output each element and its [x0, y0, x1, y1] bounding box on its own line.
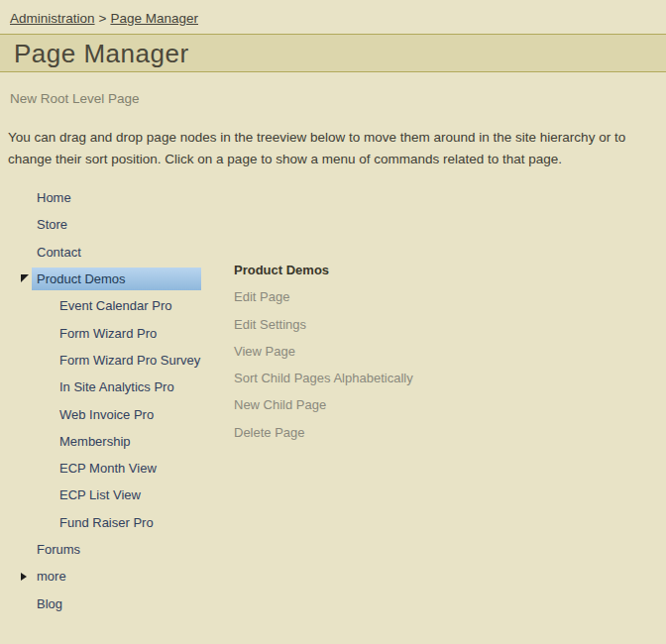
tree-row: Web Invoice Pro [0, 400, 228, 427]
collapse-arrow-icon[interactable] [21, 274, 29, 282]
menu-item-sort-child-pages-alphabetically[interactable]: Sort Child Pages Alphabetically [234, 365, 413, 391]
tree-item-blog[interactable]: Blog [37, 596, 62, 611]
intro-text: You can drag and drop page nodes in the … [8, 127, 658, 170]
page-manager-screen: Administration>Page Manager Page Manager… [0, 0, 666, 644]
tree-item-event-calendar-pro[interactable]: Event Calendar Pro [59, 298, 171, 313]
tree-row: Home [0, 184, 228, 211]
tree-row: Blog [0, 590, 228, 616]
page-title: Page Manager [0, 35, 666, 69]
tree-row: Form Wizard Pro Survey [0, 347, 228, 374]
tree-row: Contact [0, 239, 228, 266]
tree-item-fund-raiser-pro[interactable]: Fund Raiser Pro [59, 515, 154, 530]
tree-item-home[interactable]: Home [37, 190, 71, 205]
tree-item-ecp-month-view[interactable]: ECP Month View [59, 461, 157, 476]
breadcrumb-separator: > [99, 11, 107, 26]
tree-item-form-wizard-pro[interactable]: Form Wizard Pro [59, 326, 157, 341]
tree-row: Forums [0, 536, 228, 563]
tree-row: Fund Raiser Pro [0, 509, 228, 536]
tree-item-contact[interactable]: Contact [37, 245, 81, 260]
page-header-band: Page Manager [0, 34, 666, 72]
breadcrumb-link-page-manager[interactable]: Page Manager [110, 11, 198, 26]
new-root-level-page-link[interactable]: New Root Level Page [10, 91, 140, 106]
tree-item-forums[interactable]: Forums [37, 542, 80, 557]
tree-item-membership[interactable]: Membership [59, 434, 131, 449]
tree-item-product-demos[interactable]: Product Demos [32, 268, 201, 290]
page-tree: HomeStoreContactProduct DemosEvent Calen… [0, 184, 228, 617]
tree-item-in-site-analytics-pro[interactable]: In Site Analytics Pro [59, 379, 174, 394]
tree-row: ECP List View [0, 482, 228, 508]
menu-item-new-child-page[interactable]: New Child Page [234, 391, 413, 418]
tree-row: Event Calendar Pro [0, 292, 228, 319]
tree-item-more[interactable]: more [37, 569, 66, 584]
tree-row: Form Wizard Pro [0, 319, 228, 346]
breadcrumb: Administration>Page Manager [10, 11, 198, 26]
breadcrumb-link-administration[interactable]: Administration [10, 11, 95, 26]
tree-item-web-invoice-pro[interactable]: Web Invoice Pro [59, 407, 154, 422]
menu-item-edit-page[interactable]: Edit Page [234, 283, 413, 310]
tree-item-ecp-list-view[interactable]: ECP List View [59, 487, 141, 502]
tree-row: more [0, 563, 228, 590]
tree-row: ECP Month View [0, 455, 228, 482]
expand-arrow-icon[interactable] [21, 573, 27, 581]
menu-item-edit-settings[interactable]: Edit Settings [234, 311, 413, 338]
tree-item-store[interactable]: Store [37, 217, 67, 232]
tree-row: Store [0, 211, 228, 238]
page-context-menu: Product Demos Edit PageEdit SettingsView… [234, 257, 413, 446]
menu-item-delete-page[interactable]: Delete Page [234, 419, 413, 446]
context-menu-title: Product Demos [234, 257, 413, 283]
tree-row: Membership [0, 428, 228, 455]
tree-row: In Site Analytics Pro [0, 374, 228, 400]
tree-row: Product Demos [0, 266, 228, 292]
menu-item-view-page[interactable]: View Page [234, 338, 413, 365]
tree-item-form-wizard-pro-survey[interactable]: Form Wizard Pro Survey [59, 353, 200, 368]
